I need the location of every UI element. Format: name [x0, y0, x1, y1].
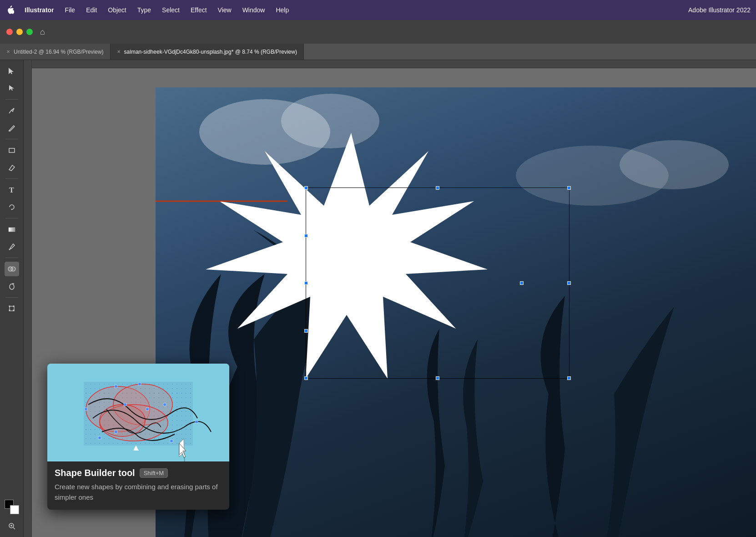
- toolbar-separator-5: [5, 258, 18, 258]
- menu-item-file[interactable]: File: [60, 5, 80, 15]
- menu-item-view[interactable]: View: [213, 5, 236, 15]
- svg-line-17: [13, 527, 15, 529]
- shape-builder-tool[interactable]: [5, 262, 19, 276]
- title-bar: ⌂: [0, 20, 756, 44]
- select-tool[interactable]: [5, 64, 19, 78]
- svg-rect-36: [146, 408, 149, 410]
- close-button[interactable]: [6, 29, 13, 35]
- canvas-area[interactable]: Shape Builder tool Shift+M Create new sh…: [24, 60, 756, 537]
- tab-photo-close-icon[interactable]: ✕: [117, 49, 121, 54]
- handle-bm[interactable]: [436, 376, 439, 380]
- handle-ml3[interactable]: [304, 329, 308, 333]
- type-tool[interactable]: T: [5, 182, 19, 197]
- svg-point-2: [13, 108, 14, 110]
- handle-tr[interactable]: [567, 186, 571, 190]
- handle-mr[interactable]: [567, 281, 571, 285]
- tooltip-shortcut: Shift+M: [140, 468, 168, 478]
- tooltip-content: Shape Builder tool Shift+M Create new sh…: [47, 461, 229, 510]
- toolbar-separator-1: [5, 99, 18, 100]
- svg-rect-42: [170, 440, 173, 442]
- menu-item-edit[interactable]: Edit: [81, 5, 101, 15]
- svg-rect-43: [98, 436, 101, 439]
- home-icon[interactable]: ⌂: [40, 27, 45, 37]
- svg-rect-6: [9, 228, 15, 232]
- svg-text:T: T: [9, 186, 14, 194]
- apple-menu[interactable]: [5, 5, 15, 15]
- arrow-annotation: [156, 187, 297, 215]
- svg-rect-12: [9, 306, 10, 307]
- menu-item-window[interactable]: Window: [238, 5, 270, 15]
- svg-marker-1: [9, 85, 14, 91]
- ruler-vertical: [24, 60, 32, 537]
- svg-rect-35: [85, 408, 87, 410]
- toolbar-separator-4: [5, 218, 18, 218]
- blob-brush-tool[interactable]: [5, 279, 19, 294]
- tab-untitled[interactable]: ✕ Untitled-2 @ 16.94 % (RGB/Preview): [0, 44, 111, 60]
- svg-point-7: [9, 249, 10, 250]
- handle-mid[interactable]: [520, 281, 524, 285]
- rectangle-tool[interactable]: [5, 143, 19, 157]
- ruler-horizontal: [24, 60, 756, 68]
- tooltip-illustration: [47, 364, 229, 461]
- tool-tooltip: Shape Builder tool Shift+M Create new sh…: [47, 364, 229, 510]
- handle-br[interactable]: [567, 376, 571, 380]
- pencil-tool[interactable]: [5, 121, 19, 135]
- svg-point-10: [10, 284, 14, 289]
- stroke-swatch[interactable]: [10, 505, 19, 514]
- color-controls[interactable]: [5, 500, 19, 514]
- svg-rect-15: [13, 310, 14, 311]
- svg-rect-13: [13, 306, 14, 307]
- tooltip-title-row: Shape Builder tool Shift+M: [55, 468, 222, 478]
- toolbar: T: [0, 60, 24, 537]
- svg-point-23: [620, 140, 729, 189]
- tab-photo[interactable]: ✕ salman-sidheek-VGdjDc4Gk80-unsplash.jp…: [111, 44, 304, 60]
- tab-untitled-label: Untitled-2 @ 16.94 % (RGB/Preview): [14, 49, 104, 55]
- eraser-tool[interactable]: [5, 160, 19, 175]
- handle-ml2[interactable]: [304, 234, 308, 238]
- svg-rect-14: [9, 310, 10, 311]
- svg-rect-38: [115, 431, 117, 433]
- svg-rect-39: [138, 383, 141, 385]
- zoom-tool[interactable]: [5, 519, 19, 533]
- svg-point-9: [11, 267, 15, 271]
- bounding-box: [306, 187, 570, 379]
- menu-item-select[interactable]: Select: [157, 5, 184, 15]
- handle-bl[interactable]: [304, 376, 308, 380]
- svg-rect-44: [195, 420, 198, 423]
- handle-tl[interactable]: [304, 186, 308, 190]
- free-transform-tool[interactable]: [5, 301, 19, 316]
- tooltip-image: [47, 364, 229, 461]
- svg-rect-40: [124, 403, 126, 406]
- toolbar-separator-3: [5, 178, 18, 179]
- menu-item-effect[interactable]: Effect: [186, 5, 212, 15]
- menu-item-help[interactable]: Help: [271, 5, 293, 15]
- toolbar-separator-6: [5, 297, 18, 298]
- traffic-lights: [6, 29, 33, 35]
- handle-tm[interactable]: [436, 186, 439, 190]
- main-area: T: [0, 60, 756, 537]
- tooltip-title: Shape Builder tool: [55, 468, 135, 478]
- handle-ml[interactable]: [304, 281, 308, 285]
- photo-background: [156, 87, 756, 537]
- minimize-button[interactable]: [16, 29, 23, 35]
- menu-bar: Illustrator File Edit Object Type Select…: [0, 0, 756, 20]
- menu-item-type[interactable]: Type: [133, 5, 156, 15]
- gradient-tool[interactable]: [5, 222, 19, 237]
- direct-select-tool[interactable]: [5, 81, 19, 96]
- svg-marker-0: [9, 68, 14, 74]
- tooltip-description: Create new shapes by combining and erasi…: [55, 482, 222, 502]
- tab-bar: ✕ Untitled-2 @ 16.94 % (RGB/Preview) ✕ s…: [0, 44, 756, 60]
- pen-tool[interactable]: [5, 103, 19, 118]
- svg-rect-41: [163, 403, 166, 406]
- menu-item-illustrator[interactable]: Illustrator: [20, 5, 59, 15]
- menu-item-object[interactable]: Object: [103, 5, 131, 15]
- maximize-button[interactable]: [26, 29, 33, 35]
- app-title: Adobe Illustrator 2022: [688, 6, 751, 14]
- svg-rect-3: [9, 148, 15, 152]
- toolbar-separator-2: [5, 139, 18, 139]
- rotate-tool[interactable]: [5, 200, 19, 214]
- tab-photo-label: salman-sidheek-VGdjDc4Gk80-unsplash.jpg*…: [124, 49, 297, 55]
- eyedropper-tool[interactable]: [5, 239, 19, 254]
- svg-rect-37: [115, 385, 117, 388]
- tab-close-icon[interactable]: ✕: [6, 49, 10, 54]
